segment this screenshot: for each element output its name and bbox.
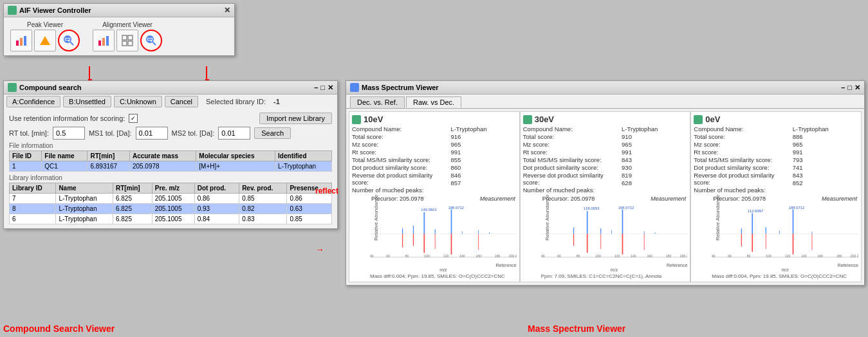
svg-rect-15 — [128, 41, 133, 46]
peak-bar-chart-button[interactable] — [10, 30, 32, 51]
ref-label-0ev: Reference — [712, 263, 858, 268]
info-val: 965 — [793, 141, 858, 148]
compound-search-window: Compound search – □ ✕ A:Confidence B:Uns… — [3, 80, 338, 229]
lib-col-rt: RT[min] — [113, 183, 152, 194]
table-row[interactable]: 6 L-Tryptophan 6.825 205.1005 0.84 0.83 … — [10, 214, 332, 224]
mass-maximize[interactable]: □ — [847, 84, 852, 92]
btn-a-confidence[interactable]: A:Confidence — [6, 96, 60, 107]
table-row[interactable]: 1 QC1 6.893167 205.0978 [M+H]+ L-Tryptop… — [10, 161, 332, 172]
mass-minimize[interactable]: – — [841, 84, 845, 92]
cell: 6.825 — [113, 214, 152, 224]
info-val: 741 — [793, 164, 858, 171]
annotation-10ev: Mass diff:0.004, Ppm: 19.85, SMILES: O=C… — [370, 273, 517, 279]
compound-close[interactable]: ✕ — [328, 84, 333, 92]
search-button[interactable]: Search — [254, 127, 291, 139]
info-val: 991 — [793, 149, 858, 156]
align-search-button[interactable] — [140, 30, 162, 51]
aif-titlebar: AIF Viewer Controller ✕ — [4, 4, 234, 17]
svg-rect-0 — [16, 41, 19, 46]
reflect-label: reflect — [315, 187, 338, 196]
align-bar-chart-button[interactable] — [93, 30, 115, 51]
aif-icon — [8, 6, 17, 15]
reflect-arrow: → — [315, 244, 324, 255]
y-axis-label-10ev: Relative Abundance — [373, 195, 379, 241]
alignment-viewer-buttons — [93, 30, 162, 51]
tab-raw-vs-dec[interactable]: Raw. vs Dec. — [406, 96, 461, 108]
table-row[interactable]: 7 L-Tryptophan 6.825 205.1005 0.86 0.85 … — [10, 194, 332, 204]
info-row: Number of muched peaks: — [523, 187, 622, 194]
mz-label-10ev: m/z — [370, 268, 517, 272]
btn-c-unknown[interactable]: C:Unknown — [114, 96, 162, 107]
chart-wrapper-30ev: Relative Abundance Precursor: 205.0978 M… — [541, 196, 688, 279]
lib-col-id: Library ID — [10, 183, 56, 194]
ms1-tol-input[interactable] — [136, 127, 168, 140]
svg-text:200 220: 200 220 — [851, 254, 858, 258]
chart-header-0ev: Precursor: 205.0978 Measurement — [712, 196, 858, 202]
info-val: 910 — [622, 133, 687, 140]
file-col-rt: RT[min] — [88, 151, 129, 161]
mass-spectrum-window: Mass Spectrum Viewer – □ ✕ Dec. vs. Ref.… — [346, 80, 865, 286]
info-val: 852 — [793, 179, 858, 187]
mass-close[interactable]: ✕ — [854, 84, 860, 92]
peak-search-button[interactable] — [58, 30, 80, 51]
compound-minimize[interactable]: – — [314, 84, 318, 92]
cell: 8 — [10, 204, 56, 214]
lib-col-rev: Rev. prod. — [239, 183, 287, 194]
info-row: Mz score: — [352, 141, 450, 148]
rt-tol-input[interactable] — [53, 127, 85, 140]
svg-text:120: 120 — [443, 254, 449, 258]
precursor-label-10ev: Precursor: 205.0978 — [371, 196, 424, 202]
cell: 7 — [10, 194, 56, 204]
info-val: 857 — [450, 179, 516, 187]
svg-rect-13 — [128, 35, 133, 40]
ms2-tol-label: MS2 tol. [Da]: — [172, 129, 215, 137]
compound-title: Compound search — [19, 84, 82, 91]
spectra-container: 10eV Compound Name: Total score: Mz scor… — [346, 109, 864, 285]
spectrum-panel-10ev: 10eV Compound Name: Total score: Mz scor… — [349, 111, 520, 282]
svg-text:40: 40 — [541, 254, 545, 258]
arrow-left: ▼ — [89, 66, 90, 80]
svg-text:140: 140 — [631, 254, 636, 258]
tab-dec-vs-ref[interactable]: Dec. vs. Ref. — [350, 96, 405, 108]
svg-text:146.0601: 146.0601 — [421, 208, 437, 212]
cell: QC1 — [42, 161, 88, 172]
close-button[interactable]: ✕ — [224, 6, 230, 15]
ms2-tol-input[interactable] — [218, 127, 250, 140]
file-table: File ID File name RT[min] Accurate mass … — [9, 150, 332, 172]
y-axis-label-30ev: Relative Abundance — [544, 195, 550, 241]
spectrum-icon-30ev — [523, 115, 532, 124]
btn-cancel[interactable]: Cancel — [165, 96, 198, 107]
chart-wrapper-10ev: Relative Abundance Precursor: 205.0978 M… — [370, 196, 517, 279]
info-val: L-Tryptophan — [450, 125, 516, 132]
file-col-mass: Accurate mass — [129, 151, 196, 161]
peak-triangle-button[interactable] — [34, 30, 56, 51]
svg-text:188.0712: 188.0712 — [618, 206, 634, 210]
info-row: Total score: — [523, 133, 622, 140]
mass-spectrum-viewer-label: Mass Spectrum Viewer — [528, 323, 625, 334]
chart-wrapper-0ev: Relative Abundance Precursor: 205.0978 M… — [712, 196, 858, 279]
table-row[interactable]: 8 L-Tryptophan 6.825 205.1005 0.93 0.82 … — [10, 204, 332, 214]
retention-checkbox[interactable]: ✓ — [129, 114, 138, 123]
annotation-0ev: Mass diff:0.004, Ppm: 19.85, SMILES: O=C… — [712, 273, 858, 279]
compound-maximize[interactable]: □ — [320, 84, 325, 92]
svg-text:140: 140 — [459, 254, 465, 258]
file-col-id2: Identified — [275, 151, 332, 161]
info-val: 793 — [793, 156, 858, 163]
info-row: Number of muched peaks: — [352, 187, 450, 194]
measurement-label-10ev: Measurement — [480, 196, 515, 202]
lib-col-name: Name — [56, 183, 113, 194]
svg-rect-6 — [66, 37, 69, 38]
ms1-tol-label: MS1 tol. [Da]: — [89, 129, 132, 137]
info-row: Number of muched peaks: — [694, 187, 792, 194]
ref-label-30ev: Reference — [541, 263, 688, 268]
info-row: Dot product similarity score: — [694, 164, 792, 171]
spectrum-icon-10ev — [352, 115, 361, 124]
file-col-name: File name — [42, 151, 88, 161]
info-val: 965 — [450, 141, 516, 148]
svg-text:80: 80 — [576, 254, 580, 258]
align-grid-button[interactable] — [116, 30, 138, 51]
btn-b-unsettled[interactable]: B:Unsettled — [63, 96, 111, 107]
cell: 205.1005 — [152, 194, 194, 204]
svg-text:180: 180 — [495, 254, 501, 258]
import-library-button[interactable]: Import new Library — [259, 113, 332, 124]
